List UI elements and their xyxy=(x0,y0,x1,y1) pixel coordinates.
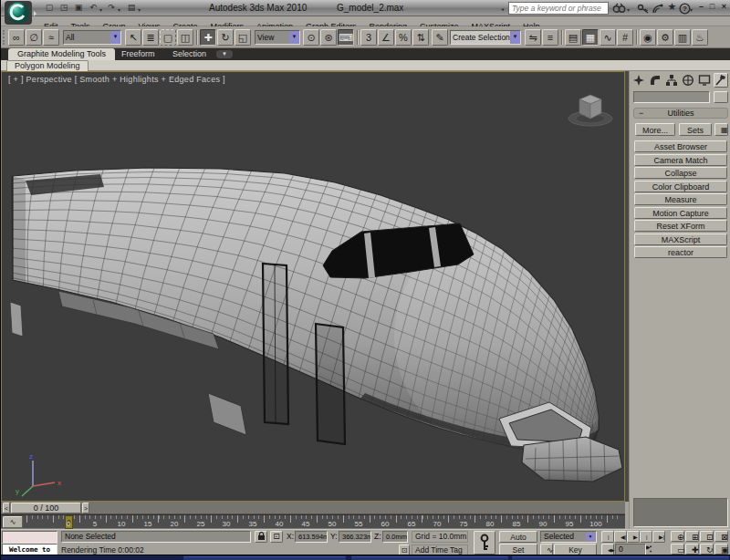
align-icon[interactable]: ≡ xyxy=(542,29,558,46)
display-tab-icon[interactable] xyxy=(697,73,712,88)
utility-maxscript[interactable]: MAXScript xyxy=(634,233,727,245)
zoom-icon[interactable]: ⊕ xyxy=(671,531,684,542)
fetch-icon[interactable]: ▤ xyxy=(125,2,138,15)
more-button[interactable]: More... xyxy=(635,123,675,136)
redo-dropdown-icon[interactable]: ▾ xyxy=(118,6,120,13)
previous-frame-icon[interactable]: ◀| xyxy=(614,531,627,543)
utility-collapse[interactable]: Collapse xyxy=(634,167,727,179)
utilities-config-icon[interactable]: ▦ xyxy=(714,123,728,136)
auto-key-button[interactable]: Auto Key xyxy=(499,531,537,543)
edit-named-selection-sets-icon[interactable]: ✎ xyxy=(432,29,448,46)
selection-lock-icon[interactable] xyxy=(255,531,267,543)
unlink-selection-icon[interactable]: ∅ xyxy=(26,29,42,46)
key-filter-selected-dropdown[interactable]: Selected ▼ xyxy=(540,531,597,543)
selection-filter-arrow-icon[interactable]: ▼ xyxy=(110,31,120,44)
z-coordinate-field[interactable]: 0.0mm xyxy=(382,531,408,543)
go-to-start-icon[interactable]: |◀ xyxy=(601,531,614,543)
utilities-tab-icon[interactable] xyxy=(714,73,728,88)
pan-view-icon[interactable]: ✚ xyxy=(685,544,699,555)
mirror-icon[interactable]: ⇋ xyxy=(525,29,541,46)
motion-tab-icon[interactable] xyxy=(681,73,695,88)
utility-motion-capture[interactable]: Motion Capture xyxy=(634,207,727,219)
application-logo[interactable] xyxy=(4,0,36,26)
quick-render-icon[interactable]: ♨ xyxy=(692,29,708,46)
angle-snap-toggle-icon[interactable]: ∠ xyxy=(378,29,394,46)
selected-dropdown-arrow-icon[interactable]: ▼ xyxy=(586,533,595,541)
taskbar-window-button[interactable] xyxy=(512,556,729,560)
zoom-extents-all-icon[interactable]: ⊠ xyxy=(714,531,728,542)
select-and-scale-icon[interactable]: ◱ xyxy=(235,29,251,46)
open-file-icon[interactable]: ◳ xyxy=(57,2,70,15)
ribbon-tab-freeform[interactable]: Freeform xyxy=(112,48,164,60)
graphite-ribbon-toggle-icon[interactable]: ▦ xyxy=(582,29,599,46)
maxscript-mini-listener-macro[interactable] xyxy=(2,531,57,544)
keyboard-shortcut-override-icon[interactable]: ⌨ xyxy=(338,29,354,46)
curve-editor-icon[interactable]: ∿ xyxy=(600,29,616,46)
go-to-end-icon[interactable]: ▶| xyxy=(652,531,665,543)
create-tab-icon[interactable] xyxy=(631,73,646,88)
favorites-star-icon[interactable]: ★ xyxy=(665,1,679,14)
previous-frame-arrow-icon[interactable]: < xyxy=(3,503,10,513)
perspective-viewport[interactable]: [ + ] Perspective [ Smooth + Highlights … xyxy=(1,71,625,502)
rendered-frame-window-icon[interactable]: ▥ xyxy=(674,29,691,46)
infocenter-collapse-icon[interactable]: ◂ xyxy=(501,5,504,12)
undo-dropdown-icon[interactable]: ▾ xyxy=(99,6,102,13)
rollout-collapse-icon[interactable]: − xyxy=(639,109,643,118)
use-pivot-point-center-icon[interactable]: ⊙ xyxy=(303,29,319,46)
qat-dropdown-icon[interactable]: ▾ xyxy=(138,6,141,13)
set-keys-button[interactable] xyxy=(474,531,495,555)
orbit-icon[interactable]: ↻ xyxy=(700,544,714,555)
search-binoculars-icon[interactable] xyxy=(612,2,626,15)
utility-reset-xform[interactable]: Reset XForm xyxy=(634,220,727,232)
absolute-offset-mode-icon[interactable]: ⊡ xyxy=(270,531,283,543)
redo-icon[interactable]: ↷ xyxy=(105,2,118,15)
utility-color-clipboard[interactable]: Color Clipboard xyxy=(634,181,727,192)
utility-rollup-field[interactable] xyxy=(633,91,710,103)
schematic-view-icon[interactable]: # xyxy=(617,29,633,46)
search-input[interactable] xyxy=(508,2,609,15)
select-object-icon[interactable]: ↖ xyxy=(125,29,141,46)
select-and-link-icon[interactable]: ∞ xyxy=(8,29,25,46)
sets-button[interactable]: Sets xyxy=(679,123,712,136)
taskbar-window-button[interactable] xyxy=(351,556,508,560)
select-and-move-icon[interactable]: ✚ xyxy=(200,29,216,46)
viewport-label[interactable]: [ + ] Perspective [ Smooth + Highlights … xyxy=(8,75,225,84)
zoom-extents-icon[interactable]: ⊡ xyxy=(700,531,714,542)
render-setup-icon[interactable]: ⚙ xyxy=(657,29,673,46)
zoom-all-icon[interactable]: ⊞ xyxy=(685,531,699,542)
reference-coordinate-system-dropdown[interactable]: View ▼ xyxy=(255,30,300,45)
open-mini-curve-editor-button[interactable]: ∿ xyxy=(3,516,23,528)
undo-icon[interactable]: ↶ xyxy=(87,2,99,15)
select-and-manipulate-icon[interactable]: ⊛ xyxy=(320,29,337,46)
utility-camera-match[interactable]: Camera Match xyxy=(634,154,727,166)
minimize-button[interactable]: – xyxy=(696,2,706,13)
close-button[interactable]: × xyxy=(719,2,729,13)
utility-measure[interactable]: Measure xyxy=(634,193,727,205)
subscription-key-icon[interactable] xyxy=(636,2,650,15)
utilities-rollout-header[interactable]: − Utilities xyxy=(633,108,728,119)
named-selection-set-arrow-icon[interactable]: ▼ xyxy=(510,31,520,44)
communication-center-icon[interactable] xyxy=(651,2,664,15)
maximize-viewport-toggle-icon[interactable]: ▣ xyxy=(714,544,728,555)
ribbon-tab-graphite-modeling-tools[interactable]: Graphite Modeling Tools xyxy=(8,48,115,60)
restore-button[interactable]: □ xyxy=(707,2,717,13)
select-by-name-icon[interactable]: ≣ xyxy=(142,29,159,46)
play-animation-icon[interactable]: ▶ xyxy=(627,531,640,543)
rectangular-selection-region-icon[interactable]: ▢ xyxy=(160,29,176,46)
time-slider-handle[interactable]: 0 / 100 xyxy=(11,503,81,513)
utility-asset-browser[interactable]: Asset Browser xyxy=(634,140,727,152)
coordinate-system-arrow-icon[interactable]: ▼ xyxy=(289,31,299,44)
toolbar-grip[interactable] xyxy=(3,30,5,45)
help-dropdown-icon[interactable]: ▾ xyxy=(690,6,693,13)
modify-tab-icon[interactable] xyxy=(648,73,662,88)
utility-rollup-button[interactable] xyxy=(714,91,728,103)
ribbon-tab-selection[interactable]: Selection xyxy=(163,48,215,60)
hierarchy-tab-icon[interactable] xyxy=(664,73,679,88)
selection-filter-dropdown[interactable]: All ▼ xyxy=(63,30,121,45)
taskbar-window-button[interactable] xyxy=(183,556,346,560)
window-crossing-toggle-icon[interactable]: ◫ xyxy=(177,29,193,46)
next-frame-icon[interactable]: |▶ xyxy=(640,531,652,543)
bind-to-space-warp-icon[interactable]: ≈ xyxy=(43,29,59,46)
y-coordinate-field[interactable]: 366.323mm xyxy=(339,531,371,543)
next-frame-arrow-icon[interactable]: > xyxy=(82,503,89,513)
